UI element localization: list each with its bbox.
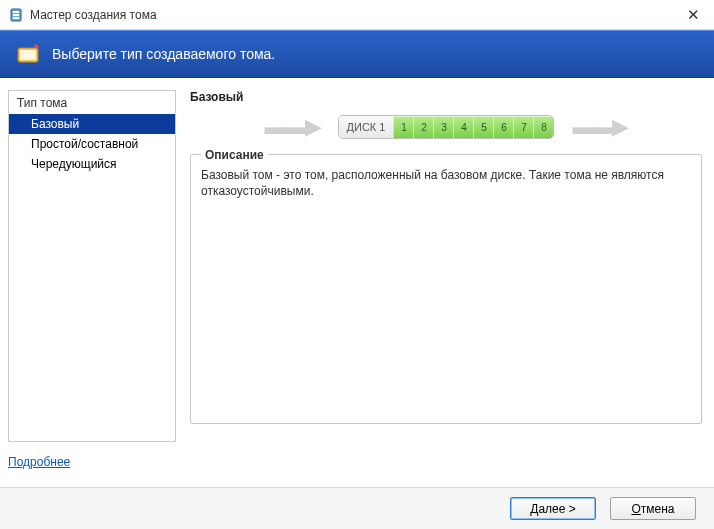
wizard-subtitle: Выберите тип создаваемого тома.: [52, 46, 275, 62]
description-legend: Описание: [201, 147, 268, 163]
app-icon: [8, 7, 24, 23]
disk-segment: 2: [413, 116, 433, 138]
next-button-hotkey: Д: [530, 502, 538, 516]
disk-segment: 7: [513, 116, 533, 138]
sidebar-item-striped[interactable]: Чередующийся: [9, 154, 175, 174]
disk-label: ДИСК 1: [339, 116, 394, 138]
sidebar-item-label: Базовый: [31, 117, 79, 131]
sidebar-item-simple-composite[interactable]: Простой/составной: [9, 134, 175, 154]
wizard-header: Выберите тип создаваемого тома.: [0, 30, 714, 78]
description-text: Базовый том - это том, расположенный на …: [201, 167, 691, 199]
sidebar-header: Тип тома: [9, 91, 175, 114]
next-button-rest: алее >: [538, 502, 575, 516]
wizard-footer: Далее > Отмена: [0, 487, 714, 529]
cancel-button-hotkey: О: [631, 502, 640, 516]
disk-illustration: ▬▬▶ ДИСК 1 1 2 3 4 5 6 7 8 ▬▬▶: [190, 114, 702, 140]
cancel-button-rest: тмена: [641, 502, 675, 516]
description-group: Описание Базовый том - это том, располож…: [190, 154, 702, 424]
svg-rect-2: [13, 14, 19, 16]
svg-rect-3: [13, 17, 19, 19]
disk-segment: 5: [473, 116, 493, 138]
disk-pill: ДИСК 1 1 2 3 4 5 6 7 8: [338, 115, 555, 139]
sidebar-item-label: Простой/составной: [31, 137, 138, 151]
cancel-button[interactable]: Отмена: [610, 497, 696, 520]
title-bar: Мастер создания тома ✕: [0, 0, 714, 30]
main-panel: Базовый ▬▬▶ ДИСК 1 1 2 3 4 5 6 7 8 ▬▬▶ О…: [176, 90, 702, 442]
close-icon[interactable]: ✕: [681, 6, 706, 24]
wizard-body: Тип тома Базовый Простой/составной Черед…: [0, 78, 714, 448]
volume-type-sidebar: Тип тома Базовый Простой/составной Черед…: [8, 90, 176, 442]
svg-rect-1: [13, 11, 19, 13]
disk-segment: 1: [393, 116, 413, 138]
arrow-left-icon: ▬▬▶: [265, 114, 320, 140]
more-link[interactable]: Подробнее: [8, 455, 70, 469]
arrow-right-icon: ▬▬▶: [572, 114, 627, 140]
wizard-icon: [14, 40, 42, 68]
disk-segment: 3: [433, 116, 453, 138]
sidebar-item-label: Чередующийся: [31, 157, 117, 171]
svg-rect-5: [20, 50, 36, 60]
selected-type-title: Базовый: [190, 90, 702, 104]
disk-segment: 8: [533, 116, 553, 138]
disk-segment: 6: [493, 116, 513, 138]
disk-segment: 4: [453, 116, 473, 138]
window-title: Мастер создания тома: [30, 8, 157, 22]
sidebar-item-basic[interactable]: Базовый: [9, 114, 175, 134]
next-button[interactable]: Далее >: [510, 497, 596, 520]
